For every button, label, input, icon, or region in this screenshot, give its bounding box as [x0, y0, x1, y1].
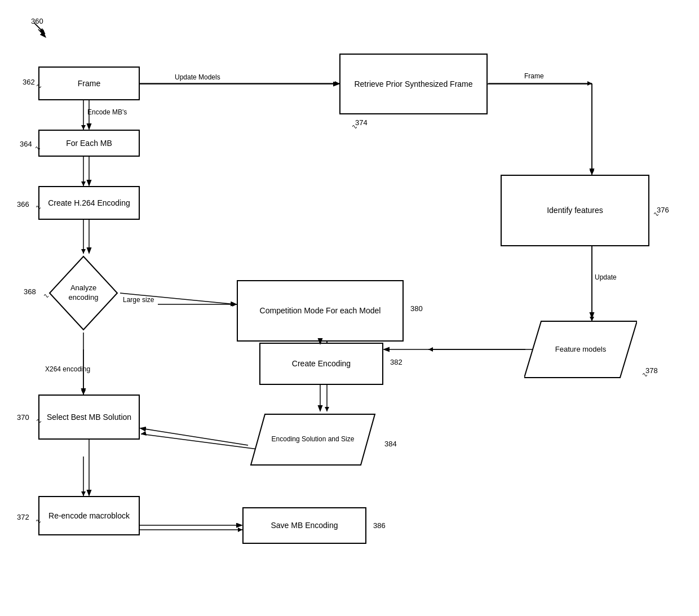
svg-marker-15 — [81, 181, 86, 186]
identify-features-box: Identify features — [501, 175, 649, 246]
retrieve-prior-box: Retrieve Prior Synthesized Frame — [339, 54, 488, 114]
ref-382: 382 — [390, 358, 402, 366]
ref-364-tilde — [36, 145, 40, 150]
svg-marker-11 — [428, 347, 433, 352]
ref-378: 378 — [645, 366, 658, 375]
svg-marker-19 — [232, 302, 237, 307]
update-models-label: Update Models — [175, 73, 220, 81]
corner-arrow — [34, 23, 51, 39]
ref-376: 376 — [657, 206, 669, 214]
feature-models-text: Feature models — [555, 345, 606, 354]
svg-marker-21 — [81, 390, 86, 395]
svg-marker-29 — [141, 431, 147, 436]
create-encoding-box: Create Encoding — [259, 343, 383, 385]
analyze-encoding-diamond: Analyze encoding — [47, 254, 120, 333]
save-mb-encoding-box: Save MB Encoding — [242, 507, 366, 544]
svg-marker-7 — [590, 170, 594, 175]
ref-372: 372 — [17, 513, 29, 521]
ref-368: 368 — [24, 287, 36, 296]
ref-374-tilde — [352, 124, 357, 128]
ref-386: 386 — [373, 521, 386, 530]
svg-marker-5 — [587, 81, 592, 86]
ref-380: 380 — [410, 304, 423, 313]
update-label: Update — [595, 273, 617, 281]
encoding-solution-text: Encoding Solution and Size — [268, 435, 358, 444]
large-size-label: Large size — [123, 296, 154, 304]
select-best-mb-box: Select Best MB Solution — [38, 395, 140, 440]
ref-362-tilde — [37, 83, 41, 88]
encoding-solution-para: Encoding Solution and Size — [248, 411, 378, 468]
svg-marker-33 — [238, 528, 242, 532]
svg-marker-31 — [81, 491, 86, 496]
ref-370: 370 — [17, 413, 29, 422]
svg-marker-17 — [81, 249, 86, 254]
ref-374: 374 — [355, 118, 368, 127]
ref-378-tilde — [643, 372, 647, 376]
analyze-encoding-text: Analyze encoding — [58, 283, 109, 303]
re-encode-box: Re-encode macroblock — [38, 496, 140, 535]
frame-box: Frame — [38, 67, 140, 100]
encode-mbs-label: Encode MB's — [87, 108, 127, 116]
feature-models-para: Feature models — [524, 318, 637, 380]
svg-marker-3 — [335, 81, 339, 86]
ref-376-tilde — [654, 211, 658, 216]
svg-marker-13 — [81, 125, 86, 130]
ref-362: 362 — [23, 78, 35, 86]
ref-372-tilde — [36, 518, 41, 523]
frame-right-label: Frame — [524, 72, 544, 80]
ref-366: 366 — [17, 200, 29, 209]
svg-line-53 — [141, 428, 248, 445]
svg-marker-27 — [325, 407, 329, 411]
ref-368-tilde — [44, 293, 48, 298]
ref-384: 384 — [384, 440, 397, 448]
for-each-mb-box: For Each MB — [38, 130, 140, 157]
create-h264-box: Create H.264 Encoding — [38, 186, 140, 220]
x264-encoding-label: X264 encoding — [45, 365, 90, 373]
ref-370-tilde — [37, 418, 41, 423]
ref-366-tilde — [36, 205, 41, 209]
competition-mode-box: Competition Mode For each Model — [237, 280, 404, 342]
flowchart-diagram: 360 Frame 362 Encode MB's For Each MB 36… — [0, 0, 699, 616]
ref-364: 364 — [20, 140, 32, 148]
